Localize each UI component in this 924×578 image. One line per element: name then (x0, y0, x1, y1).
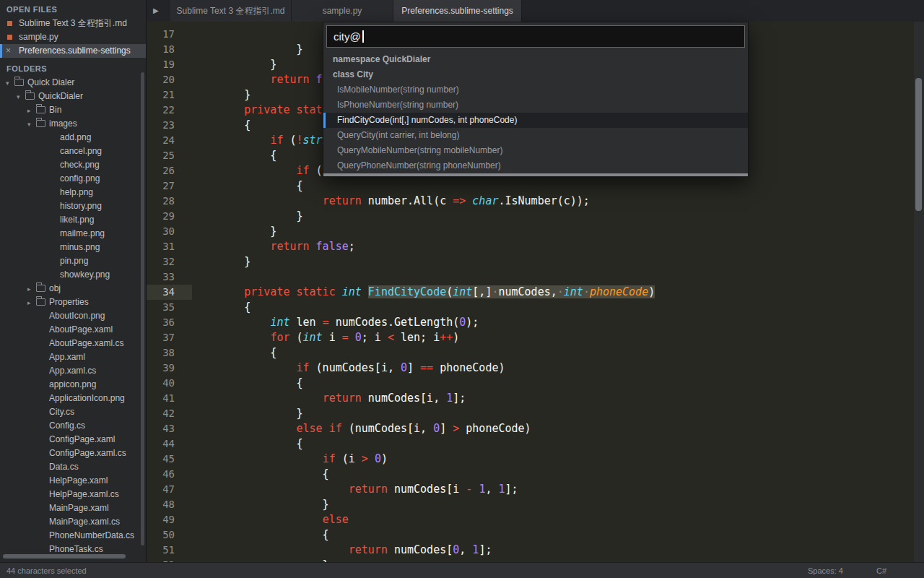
tree-item-file[interactable]: MainPage.xaml.cs (0, 515, 146, 529)
tree-item-file[interactable]: App.xaml.cs (0, 364, 146, 378)
line-number: 51 (147, 543, 192, 558)
tree-item-folder[interactable]: ▾QuickDialer (0, 90, 146, 103)
code-text: { (192, 437, 303, 450)
tree-item-file[interactable]: Data.cs (0, 460, 146, 474)
open-file-item[interactable]: sample.py (0, 30, 146, 44)
tab[interactable]: Sublime Text 3 全程指引.md (170, 0, 292, 22)
tree-item-file[interactable]: mailme.png (0, 227, 146, 241)
code-line[interactable]: 46 { (147, 467, 655, 482)
editor-scrollbar-track[interactable] (914, 22, 924, 562)
code-line[interactable]: 34 private static int FindCityCode(int[,… (147, 285, 655, 300)
tree-item-file[interactable]: MainPage.xaml (0, 501, 146, 515)
overlay-resize-grip[interactable] (323, 173, 748, 176)
symbol-item[interactable]: FindCityCode(int[,] numCodes, int phoneC… (323, 113, 748, 128)
tree-item-file[interactable]: cancel.png (0, 144, 146, 158)
goto-anything-input[interactable]: city@ (326, 25, 745, 48)
code-line[interactable]: 43 else if (numCodes[i, 0] > phoneCode) (147, 421, 655, 436)
code-text: { (192, 528, 329, 541)
tree-item-label: config.png (60, 173, 100, 184)
code-line[interactable]: 48 } (147, 497, 655, 512)
code-line[interactable]: 51 return numCodes[0, 1]; (147, 543, 655, 558)
sidebar-vertical-scrollbar-thumb[interactable] (141, 72, 144, 545)
tree-item-file[interactable]: City.cs (0, 405, 146, 419)
code-line[interactable]: 49 else (147, 512, 655, 527)
tree-item-folder[interactable]: ▸obj (0, 282, 146, 296)
code-line[interactable]: 35 { (147, 300, 655, 315)
tree-item-file[interactable]: ConfigPage.xaml.cs (0, 447, 146, 460)
expand-icon[interactable]: ▸ (27, 104, 36, 117)
line-number: 34 (147, 285, 192, 300)
code-line[interactable]: 36 int len = numCodes.GetLength(0); (147, 315, 655, 330)
open-file-item[interactable]: Sublime Text 3 全程指引.md (0, 17, 146, 30)
code-line[interactable]: 27 { (147, 178, 655, 194)
symbol-item[interactable]: class City (323, 67, 748, 82)
tab[interactable]: Preferences.sublime-settings (393, 0, 522, 22)
tree-item-file[interactable]: check.png (0, 158, 146, 172)
tree-item-file[interactable]: help.png (0, 186, 146, 199)
tree-item-file[interactable]: AboutPage.xaml.cs (0, 337, 146, 350)
tree-item-folder[interactable]: ▸Bin (0, 103, 146, 117)
indentation-status[interactable]: Spaces: 4 (808, 566, 843, 575)
code-line[interactable]: 38 { (147, 345, 655, 361)
code-text: int len = numCodes.GetLength(0); (192, 316, 479, 329)
symbol-item[interactable]: QueryPhoneNumber(string phoneNumber) (323, 158, 748, 173)
tree-item-file[interactable]: HelpPage.xaml.cs (0, 488, 146, 501)
editor-scrollbar-thumb[interactable] (915, 78, 922, 211)
tree-item-folder[interactable]: ▾images (0, 117, 146, 131)
tree-item-file[interactable]: appicon.png (0, 378, 146, 392)
tree-item-file[interactable]: pin.png (0, 254, 146, 268)
code-text: return numCodes[i - 1, 1]; (192, 483, 518, 496)
code-line[interactable]: 31 return false; (147, 239, 655, 254)
code-line[interactable]: 41 return numCodes[i, 1]; (147, 391, 655, 406)
tab-overflow-icon[interactable]: ▶ (153, 7, 159, 14)
code-line[interactable]: 47 return numCodes[i - 1, 1]; (147, 482, 655, 497)
tree-item-file[interactable]: App.xaml (0, 350, 146, 364)
tree-item-file[interactable]: AboutIcon.png (0, 309, 146, 323)
code-line[interactable]: 37 for (int i = 0; i < len; i++) (147, 330, 655, 345)
code-text: for (int i = 0; i < len; i++) (192, 331, 459, 344)
syntax-status[interactable]: C# (876, 566, 886, 575)
tree-item-file[interactable]: ConfigPage.xaml (0, 433, 146, 447)
tree-item-file[interactable]: AboutPage.xaml (0, 323, 146, 337)
code-line[interactable]: 32 } (147, 254, 655, 269)
tree-item-file[interactable]: PhoneNumberData.cs (0, 529, 146, 543)
symbol-item[interactable]: QueryMobileNumber(string mobileNumber) (323, 143, 748, 158)
code-line[interactable]: 28 return number.All(c => char.IsNumber(… (147, 194, 655, 209)
sidebar-horizontal-scrollbar-thumb[interactable] (3, 554, 126, 558)
code-line[interactable]: 39 if (numCodes[i, 0] == phoneCode) (147, 361, 655, 376)
folder-icon (14, 79, 24, 86)
symbol-item[interactable]: IsPhoneNumber(string number) (323, 98, 748, 113)
code-line[interactable]: 42 } (147, 406, 655, 421)
collapse-icon[interactable]: ▾ (17, 90, 25, 103)
tree-item-file[interactable]: ApplicationIcon.png (0, 392, 146, 405)
code-line[interactable]: 44 { (147, 436, 655, 452)
close-icon[interactable]: × (6, 44, 11, 58)
symbol-item[interactable]: namespace QuickDialer (323, 52, 748, 67)
tree-item-folder[interactable]: ▸Properties (0, 296, 146, 309)
code-line[interactable]: 30 } (147, 224, 655, 239)
tree-item-file[interactable]: showkey.png (0, 268, 146, 282)
collapse-icon[interactable]: ▾ (27, 118, 36, 131)
tree-item-file[interactable]: likeit.png (0, 213, 146, 227)
symbol-item[interactable]: IsMobileNumber(string number) (323, 82, 748, 98)
expand-icon[interactable]: ▸ (27, 282, 36, 296)
code-line[interactable]: 50 { (147, 527, 655, 543)
code-line[interactable]: 33 (147, 269, 655, 285)
collapse-icon[interactable]: ▾ (6, 77, 14, 90)
tree-item-file[interactable]: history.png (0, 199, 146, 213)
expand-icon[interactable]: ▸ (27, 296, 36, 309)
tree-item-file[interactable]: Config.cs (0, 419, 146, 433)
symbol-item[interactable]: QueryCity(int carrier, int belong) (323, 128, 748, 143)
tab[interactable]: sample.py (292, 0, 393, 22)
open-file-item[interactable]: ×Preferences.sublime-settings (0, 44, 146, 58)
tree-item-file[interactable]: minus.png (0, 241, 146, 254)
tree-item-file[interactable]: HelpPage.xaml (0, 474, 146, 488)
line-number: 49 (147, 512, 192, 527)
tree-item-folder[interactable]: ▾Quick Dialer (0, 76, 146, 90)
code-line[interactable]: 45 if (i > 0) (147, 452, 655, 467)
code-line[interactable]: 29 } (147, 209, 655, 224)
code-line[interactable]: 40 { (147, 376, 655, 391)
tree-item-label: mailme.png (60, 228, 105, 238)
tree-item-file[interactable]: add.png (0, 131, 146, 144)
tree-item-file[interactable]: config.png (0, 172, 146, 186)
